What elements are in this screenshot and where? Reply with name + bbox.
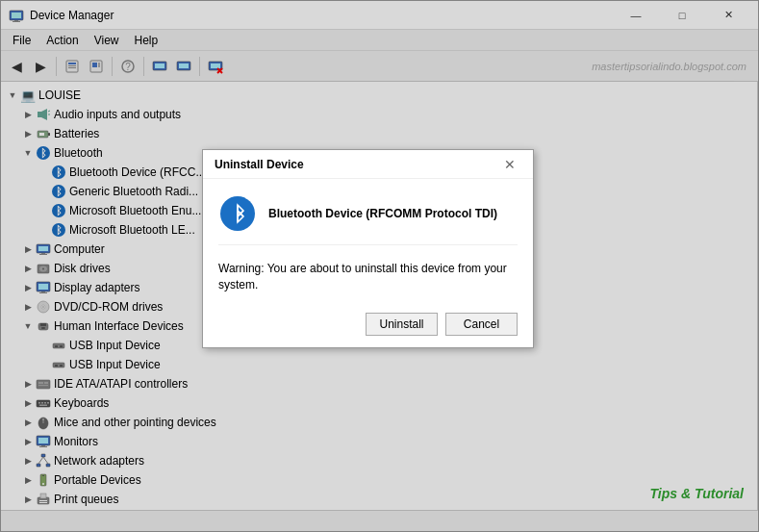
dialog-close-button[interactable]: ✕	[498, 153, 521, 176]
dialog-device-icon	[218, 194, 257, 233]
uninstall-dialog: Uninstall Device ✕ Blu	[202, 149, 534, 348]
dialog-device-row: Bluetooth Device (RFCOMM Protocol TDI)	[218, 194, 518, 245]
uninstall-button[interactable]: Uninstall	[366, 313, 438, 336]
cancel-button[interactable]: Cancel	[445, 313, 518, 336]
dialog-warning: Warning: You are about to uninstall this…	[218, 261, 518, 293]
dialog-title: Uninstall Device	[215, 158, 498, 171]
dialog-device-name: Bluetooth Device (RFCOMM Protocol TDI)	[268, 207, 497, 220]
dialog-buttons: Uninstall Cancel	[218, 313, 518, 336]
bluetooth-icon	[220, 196, 255, 231]
tips-watermark: Tips & Tutorial	[650, 486, 745, 501]
dialog-body: Bluetooth Device (RFCOMM Protocol TDI) W…	[203, 179, 533, 347]
dialog-overlay: Uninstall Device ✕ Blu	[0, 0, 759, 532]
dialog-title-bar: Uninstall Device ✕	[203, 150, 533, 179]
